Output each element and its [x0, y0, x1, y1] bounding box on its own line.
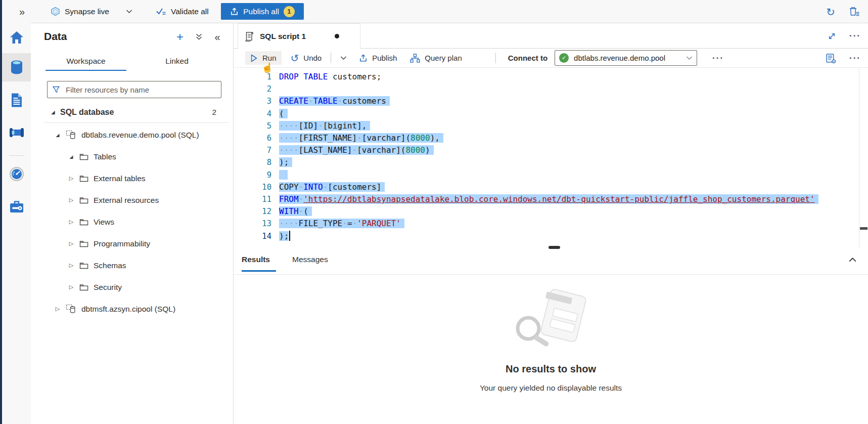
nav-develop[interactable] — [2, 86, 31, 114]
scrollbar-thumb[interactable] — [860, 227, 867, 230]
tree-item[interactable]: ▷Security — [31, 276, 233, 298]
chevron-down-icon — [126, 9, 132, 14]
code-line[interactable]: 3CREATE·TABLE·customers — [234, 95, 868, 107]
tree-item-label: Tables — [94, 152, 116, 161]
tree-collapsed-icon[interactable]: ▷ — [67, 240, 75, 247]
code-line[interactable]: 14); — [234, 230, 868, 242]
tree-collapsed-icon[interactable]: ▷ — [67, 284, 75, 290]
nav-integrate[interactable] — [2, 118, 31, 147]
tab-messages[interactable]: Messages — [292, 255, 328, 264]
publish-all-button[interactable]: Publish all 1 — [221, 3, 304, 20]
code-line[interactable]: 8); — [234, 156, 868, 168]
code-line-content: DROP TABLE customers; — [279, 71, 381, 83]
tree-item[interactable]: ▷External tables — [31, 167, 233, 189]
mouse-hand-cursor: ☝ — [261, 62, 273, 73]
tree-item[interactable]: ▷dbtmsft.azsyn.cipool (SQL) — [31, 298, 233, 320]
connect-to-dropdown[interactable]: ✓ dbtlabs.revenue.demo.pool — [555, 50, 697, 66]
filter-resources-box[interactable] — [47, 81, 221, 98]
empty-state-subtitle: Your query yielded no displayable result… — [234, 384, 868, 393]
publish-button[interactable]: Publish — [354, 51, 402, 65]
sql-code-editor[interactable]: 1DROP TABLE customers;23CREATE·TABLE·cus… — [234, 68, 868, 248]
code-line-content: ); — [279, 230, 290, 242]
toolbar-more-button[interactable]: ··· — [712, 53, 724, 63]
query-plan-icon — [410, 54, 420, 63]
code-line[interactable]: 7····[LAST_NAME]·[varchar](8000) — [234, 144, 868, 156]
text-selection: COPY·INTO·[customers] — [279, 182, 385, 192]
tree-collapsed-icon[interactable]: ▷ — [67, 197, 75, 203]
code-line[interactable]: 11FROM·'https://dbtlabsynapsedatalake.bl… — [234, 193, 868, 205]
tab-workspace[interactable]: Workspace — [45, 53, 126, 71]
folder-icon — [79, 262, 88, 269]
code-line[interactable]: 6····[FIRST_NAME]·[varchar](8000), — [234, 132, 868, 144]
code-line[interactable]: 1DROP TABLE customers; — [234, 71, 868, 83]
tab-more-actions-button[interactable]: ··· — [849, 31, 861, 41]
tree-item[interactable]: ▷Programmability — [31, 233, 233, 255]
nav-manage[interactable] — [2, 192, 31, 221]
tree-item[interactable]: ▷Views — [31, 211, 233, 233]
expand-editor-button[interactable] — [828, 32, 836, 40]
toolbox-icon — [9, 200, 24, 214]
code-line[interactable]: 10COPY·INTO·[customers] — [234, 181, 868, 193]
tree-item[interactable]: ▷Schemas — [31, 255, 233, 276]
tab-linked[interactable]: Linked — [136, 53, 217, 71]
tree-collapsed-icon[interactable]: ▷ — [54, 306, 62, 312]
nav-data[interactable] — [2, 53, 31, 81]
text-selection: WITH·( — [279, 206, 312, 216]
session-settings-button[interactable] — [826, 53, 836, 64]
code-line[interactable]: 12WITH·( — [234, 205, 868, 218]
folder-icon — [79, 175, 88, 182]
tree-item-label: External tables — [94, 174, 146, 183]
nav-home[interactable] — [2, 23, 31, 52]
code-line[interactable]: 5····[ID]·[bigint], — [234, 120, 868, 132]
tree-item[interactable]: ▷External resources — [31, 189, 233, 211]
collapse-panel-button[interactable]: « — [212, 31, 223, 43]
panel-resize-grip[interactable] — [549, 246, 560, 249]
line-number: 11 — [234, 193, 271, 205]
code-line[interactable]: 4( — [234, 108, 868, 120]
code-line[interactable]: 9 — [234, 169, 868, 181]
code-line[interactable]: 2 — [234, 83, 868, 95]
tree-item[interactable]: ◢Tables — [31, 146, 233, 167]
tree-expanded-icon[interactable]: ◢ — [54, 133, 62, 138]
sidebar-expand-button[interactable]: » — [19, 0, 25, 23]
refresh-button[interactable]: ↻ — [825, 6, 837, 18]
main-content: SQL script 1 ··· Run — [234, 23, 868, 424]
tree-item[interactable]: ◢dbtlabs.revenue.demo.pool (SQL) — [31, 124, 233, 146]
text-selection: ····[LAST_NAME]·[varchar](8000) — [279, 145, 434, 155]
undo-redo-dropdown[interactable] — [335, 53, 352, 63]
text-selection: FROM·'https://dbtlabsynapsedatalake.blob… — [279, 194, 818, 204]
filter-resources-input[interactable] — [65, 85, 216, 95]
chevron-down-icon — [340, 56, 347, 60]
no-results-illustration — [508, 289, 594, 352]
line-number: 12 — [234, 205, 271, 218]
add-resource-button[interactable]: + — [174, 31, 186, 43]
code-line[interactable]: 13····FILE_TYPE·=·'PARQUET' — [234, 218, 868, 230]
tree-collapsed-icon[interactable]: ▷ — [67, 175, 75, 182]
expand-actions-button[interactable] — [193, 31, 204, 43]
nav-monitor[interactable] — [2, 160, 31, 188]
sql-script-tab[interactable]: SQL script 1 — [238, 23, 360, 49]
panel-title: Data — [44, 30, 67, 43]
editor-more-button[interactable]: ··· — [849, 53, 861, 63]
editor-toolbar: Run ↺ Undo Publish — [234, 49, 868, 68]
tab-results[interactable]: Results — [242, 255, 270, 264]
folder-icon — [79, 218, 88, 226]
tree-expanded-icon[interactable]: ◢ — [49, 110, 57, 115]
data-panel-tabs: Workspace Linked — [31, 53, 233, 71]
editor-scrollbar-track — [859, 68, 859, 248]
validate-all-button[interactable]: Validate all — [156, 0, 209, 23]
tree-item-label: Security — [94, 283, 122, 292]
toolbar-divider — [495, 53, 496, 63]
tree-section-sql-database[interactable]: ◢SQL database2 — [31, 102, 233, 122]
tree-collapsed-icon[interactable]: ▷ — [67, 262, 75, 269]
tree-expanded-icon[interactable]: ◢ — [67, 154, 75, 159]
mode-label: Synapse live — [65, 7, 109, 16]
tree-collapsed-icon[interactable]: ▷ — [67, 219, 75, 225]
collapse-results-button[interactable] — [848, 257, 857, 263]
discard-all-button[interactable] — [848, 6, 860, 18]
tree-item-count: 2 — [212, 108, 216, 117]
code-line-content: CREATE·TABLE·customers — [279, 95, 390, 107]
undo-button[interactable]: ↺ Undo — [286, 51, 327, 66]
mode-selector[interactable]: Synapse live — [51, 0, 132, 23]
query-plan-button[interactable]: Query plan — [405, 51, 467, 65]
